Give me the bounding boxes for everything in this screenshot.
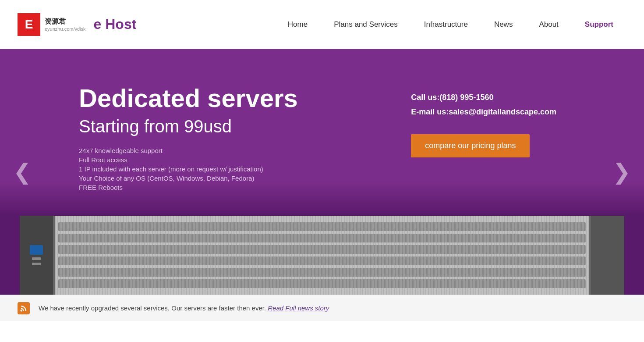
next-slide-button[interactable]: ❯	[612, 161, 631, 183]
hero-features: 24x7 knowledgeable support Full Root acc…	[79, 147, 411, 191]
hero-title: Dedicated servers	[79, 84, 411, 112]
hero-contact: Call us:(818) 995-1560 E-mail us:sales@d…	[411, 84, 644, 157]
drive-row	[58, 279, 586, 288]
drive-row	[58, 234, 586, 242]
header: E 资源君 eyunzhu.com/vdisk e Host Home Plan…	[0, 0, 644, 49]
email-address: sales@digitallandscape.com	[449, 107, 556, 116]
logo-area: E 资源君 eyunzhu.com/vdisk e Host	[18, 13, 136, 36]
logo-box: E	[18, 13, 40, 36]
nav-item-home[interactable]: Home	[275, 20, 321, 29]
rss-icon	[18, 302, 30, 314]
ticker-text: We have recently opgraded several servic…	[39, 304, 329, 312]
server-left-panel	[20, 216, 55, 295]
server-right-panel	[589, 216, 624, 295]
drive-row	[58, 268, 586, 277]
nav-item-plans[interactable]: Plans and Services	[321, 20, 411, 29]
server-front	[20, 216, 624, 295]
drive-row	[58, 222, 586, 231]
nav-item-infrastructure[interactable]: Infrastructure	[411, 20, 481, 29]
feature-item: Full Root access	[79, 156, 411, 164]
cta-button[interactable]: compare our pricing plans	[411, 134, 530, 157]
logo-url: eyunzhu.com/vdisk	[45, 26, 86, 32]
vga-port	[30, 245, 43, 255]
hero-content: Dedicated servers Starting from 99usd 24…	[0, 84, 411, 193]
server-image	[0, 181, 644, 295]
logo-chinese: 资源君	[45, 17, 86, 26]
nav-item-news[interactable]: News	[481, 20, 526, 29]
call-line: Call us:(818) 995-1560	[411, 93, 556, 102]
feature-item: 24x7 knowledgeable support	[79, 147, 411, 154]
port-slot	[32, 263, 41, 265]
email-label: E-mail us:	[411, 107, 449, 116]
rss-svg	[20, 304, 28, 312]
news-ticker: We have recently opgraded several servic…	[0, 295, 644, 321]
drive-row	[58, 245, 586, 254]
hero-subtitle: Starting from 99usd	[79, 117, 411, 136]
call-label: Call us:	[411, 93, 439, 102]
feature-item: 1 IP included with each server (more on …	[79, 165, 411, 173]
svg-point-0	[21, 310, 23, 312]
server-hardware	[20, 198, 624, 295]
prev-slide-button[interactable]: ❮	[13, 161, 32, 183]
port-slot	[32, 257, 41, 260]
ticker-message: We have recently opgraded several servic…	[39, 304, 266, 312]
hero-section: ❮ Dedicated servers Starting from 99usd …	[0, 49, 644, 295]
feature-item: Your Choice of any OS (CentOS, Windows, …	[79, 175, 411, 182]
drive-row	[58, 256, 586, 265]
email-line: E-mail us:sales@digitallandscape.com	[411, 107, 556, 117]
site-name: e Host	[94, 16, 137, 32]
feature-item: FREE Reboots	[79, 184, 411, 191]
call-number: (818) 995-1560	[439, 93, 493, 102]
nav-item-about[interactable]: About	[526, 20, 571, 29]
nav-item-support[interactable]: Support	[572, 20, 626, 29]
main-nav: Home Plans and Services Infrastructure N…	[275, 20, 626, 29]
server-middle	[55, 216, 589, 295]
ticker-link[interactable]: Read Full news story	[268, 304, 329, 312]
logo-text: 资源君 eyunzhu.com/vdisk	[45, 17, 86, 32]
logo-letter: E	[25, 18, 33, 32]
